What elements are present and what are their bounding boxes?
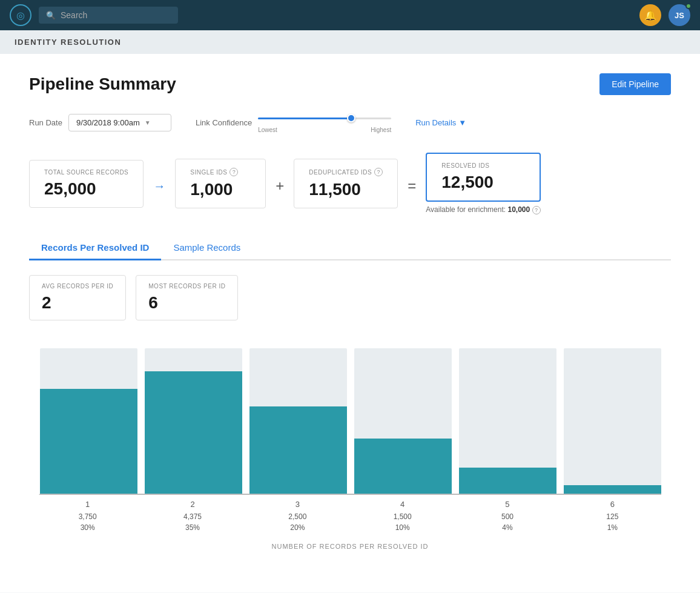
bar-sub-text: 1,50010% — [354, 511, 451, 533]
avg-records-value: 2 — [42, 293, 113, 313]
bar-fill — [354, 439, 452, 494]
bar-background — [145, 348, 242, 494]
deduplicated-ids-label: DEDUPLICATED IDS ? — [309, 168, 383, 176]
bell-icon: 🔔 — [644, 10, 656, 21]
bar-group — [459, 348, 556, 494]
main-content: Pipeline Summary Edit Pipeline Run Date … — [0, 54, 700, 592]
link-confidence-slider-container: Lowest Highest — [258, 112, 391, 133]
bar-x-label: 5 — [458, 500, 556, 509]
bar-group — [40, 348, 137, 494]
bar-group — [564, 348, 661, 494]
link-confidence-label: Link Confidence — [196, 118, 252, 127]
single-ids-label: SINGLE IDS ? — [190, 168, 251, 176]
resolved-ids-label: RESOLVED IDS — [441, 162, 524, 169]
bar-background — [354, 348, 452, 494]
slider-low-label: Lowest — [258, 127, 277, 133]
search-icon: 🔍 — [46, 11, 56, 20]
slider-fill — [258, 118, 351, 119]
slider-thumb[interactable] — [347, 114, 355, 122]
bar-fill — [40, 389, 137, 494]
bar-fill — [249, 406, 347, 494]
bar-sub-text: 2,50020% — [249, 511, 346, 533]
bar-sub-text: 5004% — [458, 511, 556, 533]
avatar-status-badge — [685, 3, 692, 9]
deduplicated-ids-box: DEDUPLICATED IDS ? 11,500 — [294, 159, 398, 208]
bar-x-label: 3 — [249, 500, 346, 509]
bar-x-label: 6 — [564, 500, 661, 509]
bar-x-label: 1 — [39, 500, 136, 509]
search-input[interactable] — [61, 10, 171, 20]
bar-label-group: 41,50010% — [354, 495, 451, 533]
bars-row — [39, 337, 661, 495]
bar-label-group: 24,37535% — [144, 495, 241, 533]
run-details-button[interactable]: Run Details ▼ — [415, 118, 466, 127]
single-ids-info-icon[interactable]: ? — [229, 168, 238, 176]
bar-background — [249, 348, 347, 494]
bar-background — [459, 348, 556, 494]
dedup-ids-info-icon[interactable]: ? — [374, 168, 383, 176]
plus-connector: + — [266, 177, 294, 194]
run-date-select[interactable]: 9/30/2018 9:00am ▼ — [68, 114, 171, 131]
avatar-initials: JS — [675, 11, 684, 20]
logo-icon: ◎ — [16, 10, 25, 21]
bar-fill — [564, 485, 661, 494]
run-date-label: Run Date — [29, 118, 62, 127]
notifications-button[interactable]: 🔔 — [639, 4, 661, 26]
bar-labels-row: 13,75030%24,37535%32,50020%41,50010%5500… — [39, 495, 661, 533]
total-source-records-value: 25,000 — [44, 179, 128, 199]
slider-track — [258, 118, 391, 119]
bar-background — [40, 348, 137, 494]
chart-axis-label: NUMBER OF RECORDS PER RESOLVED ID — [39, 543, 661, 550]
bar-label-group: 55004% — [458, 495, 556, 533]
most-records-label: MOST RECORDS PER ID — [148, 283, 225, 290]
search-bar[interactable]: 🔍 — [39, 7, 178, 24]
slider-high-label: Highest — [371, 127, 391, 133]
chevron-down-icon: ▼ — [145, 119, 151, 126]
top-nav: ◎ 🔍 🔔 JS — [0, 0, 700, 30]
enrichment-note: Available for enrichment: 10,000 ? — [426, 205, 540, 214]
bar-sub-text: 3,75030% — [39, 511, 136, 533]
chevron-down-icon: ▼ — [458, 118, 466, 127]
avatar[interactable]: JS — [669, 4, 690, 26]
total-source-records-label: TOTAL SOURCE RECORDS — [44, 169, 128, 176]
slider-labels: Lowest Highest — [258, 127, 391, 133]
page-header: Pipeline Summary Edit Pipeline — [29, 73, 671, 95]
total-source-records-box: TOTAL SOURCE RECORDS 25,000 — [29, 160, 144, 208]
deduplicated-ids-value: 11,500 — [309, 180, 383, 199]
resolved-ids-box: RESOLVED IDS 12,500 — [426, 153, 540, 202]
arrow-connector: → — [144, 179, 175, 193]
link-confidence-group: Link Confidence Lowest Highest — [196, 112, 391, 133]
bar-label-group: 61251% — [564, 495, 661, 533]
page-title: Pipeline Summary — [29, 75, 176, 94]
equals-connector: = — [398, 177, 426, 194]
most-records-card: MOST RECORDS PER ID 6 — [136, 275, 238, 320]
metrics-row: TOTAL SOURCE RECORDS 25,000 → SINGLE IDS… — [29, 153, 671, 214]
edit-pipeline-button[interactable]: Edit Pipeline — [599, 73, 671, 95]
bar-fill — [459, 468, 556, 494]
bar-fill — [145, 371, 242, 494]
avg-records-card: AVG RECORDS PER ID 2 — [29, 275, 126, 320]
most-records-value: 6 — [148, 293, 225, 313]
bar-chart: 13,75030%24,37535%32,50020%41,50010%5500… — [29, 337, 671, 550]
tab-records-per-resolved-id[interactable]: Records Per Resolved ID — [29, 236, 161, 260]
app-logo[interactable]: ◎ — [10, 4, 31, 26]
run-date-group: Run Date 9/30/2018 9:00am ▼ — [29, 114, 171, 131]
subheader: IDENTITY RESOLUTION — [0, 30, 700, 54]
bar-label-group: 13,75030% — [39, 495, 136, 533]
stat-cards: AVG RECORDS PER ID 2 MOST RECORDS PER ID… — [29, 275, 671, 320]
resolved-ids-value: 12,500 — [441, 173, 524, 192]
bar-group — [145, 348, 242, 494]
subheader-title: IDENTITY RESOLUTION — [15, 38, 121, 47]
controls-row: Run Date 9/30/2018 9:00am ▼ Link Confide… — [29, 112, 671, 133]
bar-sub-text: 4,37535% — [144, 511, 241, 533]
bar-group — [249, 348, 347, 494]
tab-sample-records[interactable]: Sample Records — [161, 236, 253, 260]
single-ids-value: 1,000 — [190, 180, 251, 199]
enrichment-info-icon[interactable]: ? — [532, 206, 541, 214]
bar-x-label: 2 — [144, 500, 241, 509]
link-confidence-slider[interactable] — [258, 112, 391, 124]
bar-x-label: 4 — [354, 500, 451, 509]
bar-label-group: 32,50020% — [249, 495, 346, 533]
bar-background — [564, 348, 661, 494]
single-ids-box: SINGLE IDS ? 1,000 — [175, 159, 266, 208]
